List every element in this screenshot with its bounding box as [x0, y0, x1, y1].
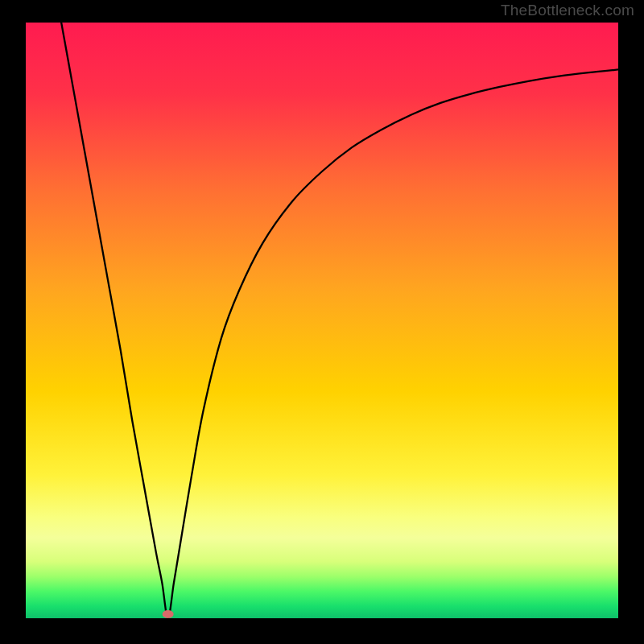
watermark-text: TheBottleneck.com [501, 2, 634, 19]
chart-svg [0, 0, 644, 644]
min-marker [163, 610, 174, 618]
chart-stage: TheBottleneck.com [0, 0, 644, 644]
